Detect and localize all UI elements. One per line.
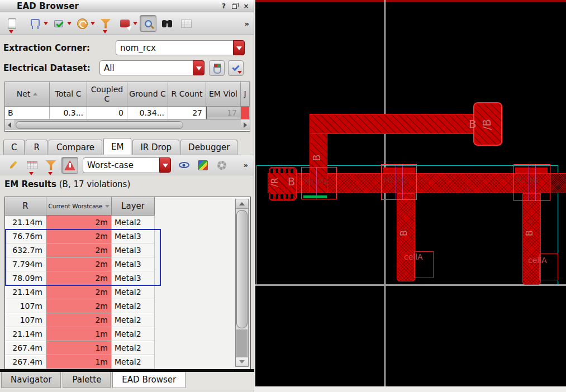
layer-cell: Metal3 [112,243,155,257]
tab-navigator[interactable]: Navigator [1,372,61,388]
layer-cell: Metal2 [112,216,155,230]
help-button[interactable]: ? [220,2,228,10]
em-table-header: R Current Worstcase Layer [5,197,250,216]
electrical-dataset-select[interactable]: All [99,60,204,75]
column-header-j[interactable]: J [241,82,250,106]
table-row[interactable]: 78.09m 2m Metal3 [5,271,250,285]
column-header-total-c[interactable]: Total C [50,82,87,106]
pencil-icon [8,161,17,170]
violations-only-button[interactable] [61,157,78,174]
em-settings-button[interactable] [213,157,230,174]
net-b-horizontal-label: B [469,117,477,131]
funnel-icon [46,160,56,170]
column-header-r-count[interactable]: R Count [168,82,206,106]
column-header-em-viol[interactable]: EM Viol [206,82,241,106]
float-button[interactable] [231,2,239,10]
layer-cell: Metal3 [112,271,155,285]
layout-canvas[interactable]: /R B M1_M2 B B /B M2_M1 B cellA M2_ [255,0,566,386]
vscrollbar-track[interactable] [236,329,248,357]
r-cell: 76.76m [5,230,46,243]
scroll-left-button[interactable] [5,119,14,130]
tab-c[interactable]: C [3,140,25,155]
ead-browser-panel: EAD Browser ? × » Extraction Corner: [0,0,254,392]
close-button[interactable]: × [242,2,250,10]
column-header-layer[interactable]: Layer [112,197,155,216]
column-header-current-worstcase[interactable]: Current Worstcase [46,197,112,216]
titlebar-controls: ? × [220,2,254,10]
main-toolbar: » [0,12,254,35]
toolbar-overflow-button[interactable]: » [245,20,251,28]
net-b-horizontal-shape[interactable] [310,114,486,134]
net-b-mid-stub-shape[interactable] [397,193,415,281]
vscrollbar-thumb[interactable] [236,210,248,328]
em-table-button[interactable] [23,157,40,174]
probe-tool-button[interactable] [116,15,133,32]
table-row[interactable]: 632.7m 2m Metal3 [5,243,250,257]
visibility-button[interactable] [175,157,192,174]
table-row[interactable]: 21.14m 1m Metal2 [5,327,250,341]
table-row[interactable]: 267.4m 1m Metal2 [5,355,250,369]
via-m2-m1-right-label: M2_M1 [516,176,540,184]
net-b-right-stub-shape[interactable] [522,193,541,285]
em-mode-select[interactable]: Worst-case [83,157,171,173]
reload-button[interactable] [74,15,91,32]
table-row[interactable]: 21.14m 2m Metal2 [5,285,250,299]
table-icon [27,161,37,169]
table-row[interactable]: 21.14m 2m Metal2 [5,216,250,230]
column-header-r[interactable]: R [5,197,46,216]
table-row[interactable]: 107m 2m Metal2 [5,313,250,327]
electrical-dataset-dropdown-button[interactable] [193,60,204,75]
tab-compare[interactable]: Compare [49,140,102,155]
zoom-to-button[interactable] [140,15,156,32]
net-table-row[interactable]: B 0.3... 0 0.34... 27 17 [5,107,250,119]
float-icon [232,3,239,9]
current-cell: 2m [46,271,112,285]
scroll-up-button[interactable] [236,199,248,209]
table-row[interactable]: 7.794m 2m Metal3 [5,257,250,271]
heatmap-button[interactable] [194,157,211,174]
table-row[interactable]: 107m 2m Metal2 [5,299,250,313]
apply-check-icon [232,65,240,71]
table-row[interactable]: 76.76m 2m Metal3 [5,230,250,243]
em-table-vscrollbar[interactable] [235,199,249,367]
table-row[interactable]: 267.4m 1m Metal2 [5,341,250,355]
tab-ead-browser[interactable]: EAD Browser [112,372,186,388]
search-button[interactable] [159,15,175,32]
extraction-corner-dropdown-button[interactable] [233,40,245,55]
filter-button[interactable] [97,15,114,32]
hscrollbar-thumb[interactable] [16,121,183,129]
tab-debugger[interactable]: Debugger [180,140,237,155]
column-header-coupled-c[interactable]: Coupled C [87,82,127,106]
via-m1-m2-label: M1_M2 [305,178,328,185]
r-cell: 107m [5,313,46,327]
apply-dataset-button[interactable] [228,60,244,76]
tab-r[interactable]: R [26,140,47,155]
bus-dark-segment-shape[interactable] [550,174,566,193]
reload-dataset-button[interactable] [209,60,225,76]
result-tabbar: C R Compare EM IR Drop Debugger [0,138,254,155]
edit-limits-button[interactable] [4,157,21,174]
em-toolbar-overflow-button[interactable]: » [244,161,250,169]
top-metal-strip[interactable] [255,0,566,2]
tab-ir-drop[interactable]: IR Drop [132,140,179,155]
scroll-down-button[interactable] [236,357,248,366]
export-report-button[interactable] [3,15,20,32]
tab-palette[interactable]: Palette [63,372,111,388]
show-table-button[interactable] [178,15,194,32]
panel-titlebar[interactable]: EAD Browser ? × [0,0,254,12]
reload-icon [77,18,88,29]
tab-em[interactable]: EM [103,138,131,155]
terminal-r-label: /R [269,178,280,187]
column-header-ground-c[interactable]: Ground C [127,82,168,106]
column-header-net[interactable]: Net [5,82,50,106]
probe-pins-button[interactable] [27,15,44,32]
scroll-right-button[interactable] [241,119,250,130]
net-table-hscrollbar[interactable] [5,119,250,130]
em-mode-dropdown-button[interactable] [159,157,171,173]
em-viol-cell: 17 [206,107,241,119]
r-cell: 107m [5,299,46,313]
em-filter-button[interactable] [42,157,59,174]
checks-button[interactable] [50,15,67,32]
extraction-corner-select[interactable]: nom_rcx [116,40,245,55]
eye-icon [179,162,189,168]
